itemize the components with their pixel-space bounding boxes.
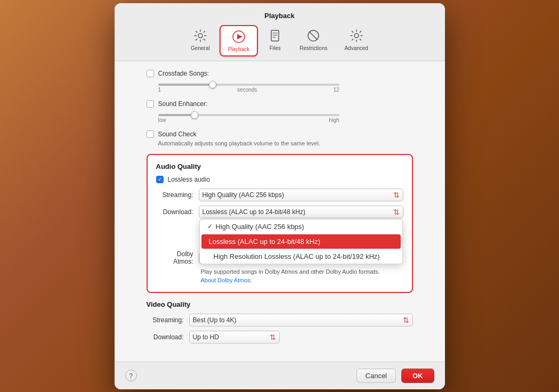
sound-enhancer-slider-area: low high [158, 114, 413, 123]
sound-check-desc: Automatically adjusts song playback volu… [158, 140, 413, 146]
download-dropdown: High Quality (AAC 256 kbps) Lossless (AL… [199, 219, 403, 264]
crossfade-row: Crossfade Songs: [147, 70, 413, 77]
footer: ? Cancel OK [115, 362, 445, 389]
crossfade-min: 1 [158, 87, 161, 93]
download-quality-row: Download: Lossless (ALAC up to 24-bit/48… [156, 206, 403, 218]
dolby-desc-area: Play supported songs in Dolby Atmos and … [201, 268, 403, 284]
dolby-link[interactable]: About Dolby Atmos. [201, 277, 253, 283]
svg-marker-2 [237, 34, 242, 39]
crossfade-unit: seconds [237, 87, 257, 93]
tab-files-label: Files [270, 45, 281, 51]
tab-advanced[interactable]: Advanced [337, 25, 375, 56]
crossfade-slider[interactable] [158, 84, 339, 86]
video-quality-title: Video Quality [147, 300, 413, 308]
enhancer-low: low [158, 117, 166, 123]
lossless-label: Lossless audio [168, 176, 210, 183]
video-quality-section: Video Quality Streaming: Best (Up to 4K)… [147, 300, 413, 353]
video-download-select[interactable]: Up to HD ⇅ [189, 331, 280, 344]
crossfade-label: Crossfade Songs: [158, 70, 209, 77]
ok-button[interactable]: OK [401, 369, 434, 383]
crossfade-slider-area: 1 seconds 12 [158, 84, 413, 93]
gear-icon [193, 28, 208, 43]
dropdown-hires-label: High Resolution Lossless (ALAC up to 24-… [214, 252, 380, 260]
footer-buttons: Cancel OK [357, 369, 434, 383]
lossless-row: ✓ Lossless audio [156, 176, 403, 183]
sound-check-row: Sound Check [147, 130, 413, 138]
dolby-desc: Play supported songs in Dolby Atmos and … [201, 268, 403, 275]
streaming-select[interactable]: High Quality (AAC 256 kbps) ⇅ [199, 189, 403, 201]
download-arrow-icon: ⇅ [393, 208, 400, 216]
sound-enhancer-label: Sound Enhancer: [158, 100, 208, 108]
help-button[interactable]: ? [125, 370, 137, 381]
play-icon [231, 29, 246, 44]
tab-playback-label: Playback [228, 46, 250, 52]
sound-enhancer-labels: low high [158, 117, 339, 123]
toolbar-tabs: General Playback [125, 25, 434, 61]
tab-restrictions[interactable]: Restrictions [292, 25, 335, 56]
svg-rect-3 [271, 30, 279, 41]
dolby-label: Dolby Atmos: [156, 250, 193, 265]
video-streaming-value: Best (Up to 4K) [193, 316, 237, 324]
video-streaming-label: Streaming: [147, 316, 184, 324]
streaming-quality-row: Streaming: High Quality (AAC 256 kbps) ⇅ [156, 189, 403, 201]
tab-general-label: General [191, 45, 210, 51]
tab-playback[interactable]: Playback [220, 25, 258, 56]
crossfade-checkbox[interactable] [147, 70, 154, 77]
main-content: Crossfade Songs: 1 seconds 12 Sound Enha… [115, 61, 445, 362]
dialog-title: Playback [125, 12, 434, 20]
tab-advanced-label: Advanced [344, 45, 368, 51]
svg-line-5 [310, 31, 318, 39]
crossfade-thumb[interactable] [209, 81, 216, 88]
download-value: Lossless (ALAC up to 24-bit/48 kHz) [202, 208, 305, 216]
lossless-checkbox[interactable]: ✓ [156, 176, 164, 183]
download-select[interactable]: Lossless (ALAC up to 24-bit/48 kHz) ⇅ Hi… [199, 206, 403, 218]
file-icon [268, 28, 282, 43]
video-streaming-row: Streaming: Best (Up to 4K) ⇅ [147, 314, 413, 326]
video-download-row: Download: Up to HD ⇅ [147, 331, 413, 344]
download-label: Download: [156, 208, 193, 216]
audio-quality-title: Audio Quality [156, 162, 403, 170]
gear-badge-icon [349, 28, 364, 43]
dropdown-item-high[interactable]: High Quality (AAC 256 kbps) [200, 219, 402, 234]
svg-point-6 [354, 34, 359, 38]
sound-enhancer-slider[interactable] [158, 114, 339, 116]
dropdown-high-label: High Quality (AAC 256 kbps) [216, 223, 304, 231]
dialog: Playback General [115, 3, 445, 389]
crossfade-max: 12 [333, 87, 339, 93]
dropdown-lossless-label: Lossless (ALAC up to 24-bit/48 kHz) [209, 238, 321, 246]
toolbar: Playback General [115, 3, 445, 61]
no-icon [306, 28, 321, 43]
streaming-arrow-icon: ⇅ [393, 191, 400, 199]
enhancer-high: high [329, 117, 339, 123]
tab-general[interactable]: General [183, 25, 217, 56]
streaming-label: Streaming: [156, 191, 193, 199]
video-streaming-arrow-icon: ⇅ [403, 316, 409, 324]
sound-check-label: Sound Check [158, 130, 197, 138]
streaming-value: High Quality (AAC 256 kbps) [202, 191, 284, 199]
crossfade-slider-labels: 1 seconds 12 [158, 87, 339, 93]
tab-files[interactable]: Files [260, 25, 290, 56]
sound-enhancer-checkbox[interactable] [147, 100, 154, 108]
video-download-label: Download: [147, 333, 184, 341]
svg-point-0 [198, 34, 202, 38]
tab-restrictions-label: Restrictions [299, 45, 327, 51]
video-streaming-select[interactable]: Best (Up to 4K) ⇅ [189, 314, 413, 326]
dropdown-item-lossless[interactable]: Lossless (ALAC up to 24-bit/48 kHz) [201, 234, 401, 249]
audio-quality-box: Audio Quality ✓ Lossless audio Streaming… [147, 154, 413, 293]
sound-enhancer-thumb[interactable] [191, 111, 198, 119]
dropdown-item-hires[interactable]: High Resolution Lossless (ALAC up to 24-… [200, 249, 402, 264]
video-download-value: Up to HD [193, 333, 219, 341]
video-download-arrow-icon: ⇅ [270, 333, 276, 341]
sound-enhancer-row: Sound Enhancer: [147, 100, 413, 108]
sound-check-checkbox[interactable] [147, 130, 154, 138]
cancel-button[interactable]: Cancel [357, 369, 396, 383]
